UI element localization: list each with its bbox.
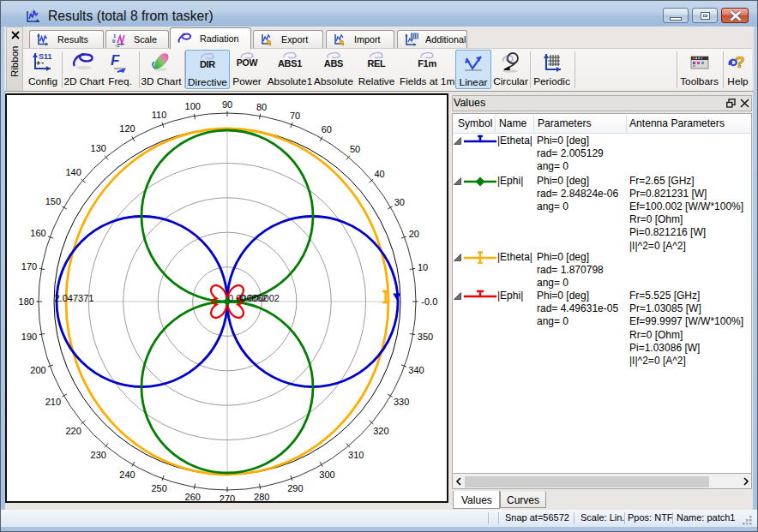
svg-text:230: 230 <box>91 450 106 460</box>
svg-text:170: 170 <box>21 261 37 272</box>
svg-text:300: 300 <box>319 469 334 480</box>
svg-text:320: 320 <box>373 426 388 436</box>
svg-text:0.000002: 0.000002 <box>240 293 280 303</box>
svg-text:210: 210 <box>45 397 61 407</box>
svg-text:260: 260 <box>185 492 201 501</box>
svg-text:250: 250 <box>151 483 166 493</box>
svg-text:+-: +- <box>36 58 44 68</box>
svg-text:POW: POW <box>237 57 258 68</box>
svg-text:60: 60 <box>322 124 332 134</box>
svg-text:200: 200 <box>30 365 45 375</box>
svg-text:ABS1: ABS1 <box>278 58 302 69</box>
svg-text:140: 140 <box>65 167 81 177</box>
svg-text:290: 290 <box>287 483 303 493</box>
svg-text:ABS: ABS <box>324 58 343 69</box>
svg-text:20: 20 <box>409 229 419 239</box>
svg-text:310: 310 <box>348 450 364 460</box>
svg-text:90: 90 <box>222 99 232 110</box>
svg-text:REL: REL <box>367 58 386 69</box>
svg-text:130: 130 <box>91 143 106 153</box>
svg-text:150: 150 <box>45 196 61 206</box>
svg-text:40: 40 <box>374 169 384 179</box>
svg-text:100: 100 <box>185 101 201 111</box>
svg-text:330: 330 <box>394 397 409 407</box>
svg-text:2.047371: 2.047371 <box>55 293 94 303</box>
svg-text:160: 160 <box>30 228 45 238</box>
svg-text:50: 50 <box>350 144 360 154</box>
svg-text:240: 240 <box>119 469 135 480</box>
svg-text:190: 190 <box>21 332 37 342</box>
svg-text:DIR: DIR <box>200 59 215 69</box>
svg-text:110: 110 <box>152 110 167 120</box>
svg-text:120: 120 <box>119 123 135 134</box>
svg-text:340: 340 <box>408 365 424 375</box>
svg-text:10: 10 <box>418 262 428 272</box>
svg-text:-1: -1 <box>115 42 120 47</box>
svg-text:350: 350 <box>418 332 433 342</box>
svg-text:280: 280 <box>254 492 269 501</box>
svg-text:180: 180 <box>19 296 34 307</box>
svg-text:70: 70 <box>290 111 300 121</box>
svg-text:-0.0: -0.0 <box>421 296 437 307</box>
svg-text:F1m: F1m <box>418 58 436 69</box>
svg-text:270: 270 <box>220 493 235 501</box>
svg-text:30: 30 <box>394 197 405 207</box>
svg-text:F: F <box>111 52 120 69</box>
svg-text:220: 220 <box>65 426 81 436</box>
svg-text:80: 80 <box>256 102 267 112</box>
